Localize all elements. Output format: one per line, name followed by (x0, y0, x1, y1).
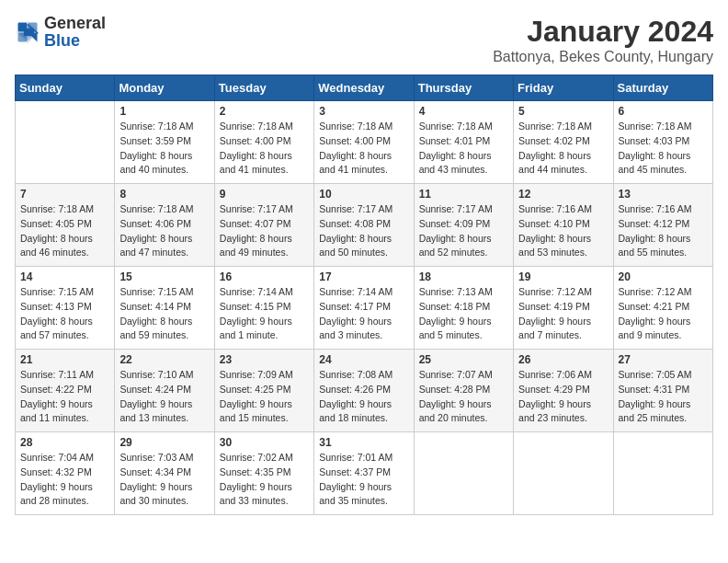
day-info: Sunrise: 7:05 AMSunset: 4:31 PMDaylight:… (619, 368, 708, 426)
calendar-cell (16, 101, 115, 184)
sunrise-text: Sunrise: 7:04 AM (20, 451, 109, 465)
daylight-text: Daylight: 8 hours and 44 minutes. (518, 149, 608, 178)
sunset-text: Sunset: 4:13 PM (20, 300, 109, 315)
daylight-text: Daylight: 8 hours and 45 minutes. (619, 149, 708, 178)
sunrise-text: Sunrise: 7:17 AM (220, 202, 309, 217)
calendar-cell: 16Sunrise: 7:14 AMSunset: 4:15 PMDayligh… (214, 267, 313, 350)
sunset-text: Sunset: 4:05 PM (20, 217, 109, 232)
calendar-cell: 31Sunrise: 7:01 AMSunset: 4:37 PMDayligh… (314, 432, 414, 515)
sunset-text: Sunset: 4:34 PM (119, 465, 209, 480)
calendar-cell: 18Sunrise: 7:13 AMSunset: 4:18 PMDayligh… (414, 267, 513, 350)
daylight-text: Daylight: 9 hours and 5 minutes. (419, 315, 508, 344)
sunset-text: Sunset: 4:17 PM (319, 300, 408, 315)
day-number: 25 (419, 353, 508, 366)
sunrise-text: Sunrise: 7:09 AM (220, 368, 309, 383)
header-friday: Friday (514, 75, 613, 101)
sunrise-text: Sunrise: 7:16 AM (619, 202, 708, 217)
sunrise-text: Sunrise: 7:18 AM (119, 202, 209, 217)
daylight-text: Daylight: 9 hours and 7 minutes. (518, 315, 608, 344)
daylight-text: Daylight: 9 hours and 11 minutes. (20, 397, 109, 427)
sunrise-text: Sunrise: 7:18 AM (20, 202, 109, 217)
daylight-text: Daylight: 9 hours and 13 minutes. (119, 397, 209, 427)
calendar-cell (613, 432, 712, 515)
calendar-table: SundayMondayTuesdayWednesdayThursdayFrid… (15, 75, 713, 515)
day-number: 16 (220, 270, 309, 283)
day-info: Sunrise: 7:18 AMSunset: 4:00 PMDaylight:… (220, 120, 309, 178)
day-number: 31 (319, 436, 408, 449)
calendar-cell (414, 432, 513, 515)
day-number: 30 (220, 436, 309, 449)
day-info: Sunrise: 7:08 AMSunset: 4:26 PMDaylight:… (319, 368, 408, 426)
day-number: 19 (518, 270, 608, 283)
day-info: Sunrise: 7:14 AMSunset: 4:17 PMDaylight:… (319, 285, 408, 343)
day-number: 3 (319, 105, 408, 118)
calendar-cell: 24Sunrise: 7:08 AMSunset: 4:26 PMDayligh… (314, 350, 414, 432)
calendar-cell: 17Sunrise: 7:14 AMSunset: 4:17 PMDayligh… (314, 267, 414, 350)
day-number: 9 (220, 188, 309, 201)
calendar-cell: 26Sunrise: 7:06 AMSunset: 4:29 PMDayligh… (514, 350, 613, 432)
sunset-text: Sunset: 4:10 PM (518, 217, 608, 232)
calendar-cell: 19Sunrise: 7:12 AMSunset: 4:19 PMDayligh… (514, 267, 613, 350)
daylight-text: Daylight: 9 hours and 25 minutes. (619, 397, 708, 427)
sunrise-text: Sunrise: 7:05 AM (619, 368, 708, 383)
daylight-text: Daylight: 9 hours and 15 minutes. (220, 397, 309, 427)
daylight-text: Daylight: 8 hours and 53 minutes. (518, 232, 608, 261)
daylight-text: Daylight: 8 hours and 52 minutes. (419, 232, 508, 261)
week-row-4: 21Sunrise: 7:11 AMSunset: 4:22 PMDayligh… (16, 350, 713, 432)
sunset-text: Sunset: 4:28 PM (419, 383, 508, 397)
calendar-cell: 7Sunrise: 7:18 AMSunset: 4:05 PMDaylight… (16, 184, 115, 267)
sunrise-text: Sunrise: 7:18 AM (319, 120, 408, 134)
header-thursday: Thursday (414, 75, 513, 101)
calendar-cell: 8Sunrise: 7:18 AMSunset: 4:06 PMDaylight… (115, 184, 214, 267)
sunrise-text: Sunrise: 7:12 AM (619, 285, 708, 300)
sunset-text: Sunset: 4:12 PM (619, 217, 708, 232)
daylight-text: Daylight: 8 hours and 43 minutes. (419, 149, 508, 178)
daylight-text: Daylight: 8 hours and 47 minutes. (119, 232, 209, 261)
daylight-text: Daylight: 8 hours and 50 minutes. (319, 232, 408, 261)
sunset-text: Sunset: 4:31 PM (619, 383, 708, 397)
sunset-text: Sunset: 4:32 PM (20, 465, 109, 480)
daylight-text: Daylight: 9 hours and 28 minutes. (20, 480, 109, 510)
sunrise-text: Sunrise: 7:18 AM (419, 120, 508, 134)
calendar-cell: 29Sunrise: 7:03 AMSunset: 4:34 PMDayligh… (115, 432, 214, 515)
header-row: SundayMondayTuesdayWednesdayThursdayFrid… (16, 75, 713, 101)
title-area: January 2024 Battonya, Bekes County, Hun… (493, 15, 713, 65)
sunrise-text: Sunrise: 7:07 AM (419, 368, 508, 383)
sunset-text: Sunset: 4:24 PM (119, 383, 209, 397)
week-row-2: 7Sunrise: 7:18 AMSunset: 4:05 PMDaylight… (16, 184, 713, 267)
day-number: 23 (220, 353, 309, 366)
sunrise-text: Sunrise: 7:16 AM (518, 202, 608, 217)
day-number: 22 (119, 353, 209, 366)
day-info: Sunrise: 7:10 AMSunset: 4:24 PMDaylight:… (119, 368, 209, 426)
day-info: Sunrise: 7:18 AMSunset: 4:03 PMDaylight:… (619, 120, 708, 178)
calendar-cell: 23Sunrise: 7:09 AMSunset: 4:25 PMDayligh… (214, 350, 313, 432)
sunrise-text: Sunrise: 7:02 AM (220, 451, 309, 465)
calendar-cell: 22Sunrise: 7:10 AMSunset: 4:24 PMDayligh… (115, 350, 214, 432)
sunrise-text: Sunrise: 7:12 AM (518, 285, 608, 300)
sunset-text: Sunset: 4:29 PM (518, 383, 608, 397)
calendar-cell: 5Sunrise: 7:18 AMSunset: 4:02 PMDaylight… (514, 101, 613, 184)
svg-rect-6 (18, 33, 28, 42)
week-row-1: 1Sunrise: 7:18 AMSunset: 3:59 PMDaylight… (16, 101, 713, 184)
calendar-cell: 20Sunrise: 7:12 AMSunset: 4:21 PMDayligh… (613, 267, 712, 350)
logo-text: General Blue (44, 15, 106, 50)
calendar-cell: 28Sunrise: 7:04 AMSunset: 4:32 PMDayligh… (16, 432, 115, 515)
day-info: Sunrise: 7:11 AMSunset: 4:22 PMDaylight:… (20, 368, 109, 426)
sunrise-text: Sunrise: 7:13 AM (419, 285, 508, 300)
calendar-cell: 25Sunrise: 7:07 AMSunset: 4:28 PMDayligh… (414, 350, 513, 432)
calendar-cell: 9Sunrise: 7:17 AMSunset: 4:07 PMDaylight… (214, 184, 313, 267)
day-number: 1 (119, 105, 209, 118)
day-info: Sunrise: 7:12 AMSunset: 4:21 PMDaylight:… (619, 285, 708, 343)
calendar-cell: 4Sunrise: 7:18 AMSunset: 4:01 PMDaylight… (414, 101, 513, 184)
day-info: Sunrise: 7:18 AMSunset: 4:06 PMDaylight:… (119, 202, 209, 260)
day-info: Sunrise: 7:18 AMSunset: 4:00 PMDaylight:… (319, 120, 408, 178)
sunrise-text: Sunrise: 7:15 AM (20, 285, 109, 300)
daylight-text: Daylight: 8 hours and 40 minutes. (119, 149, 209, 178)
day-info: Sunrise: 7:18 AMSunset: 4:05 PMDaylight:… (20, 202, 109, 260)
calendar-cell: 13Sunrise: 7:16 AMSunset: 4:12 PMDayligh… (613, 184, 712, 267)
week-row-3: 14Sunrise: 7:15 AMSunset: 4:13 PMDayligh… (16, 267, 713, 350)
daylight-text: Daylight: 8 hours and 55 minutes. (619, 232, 708, 261)
logo-blue: Blue (44, 31, 80, 50)
calendar-cell: 11Sunrise: 7:17 AMSunset: 4:09 PMDayligh… (414, 184, 513, 267)
svg-rect-5 (28, 23, 38, 32)
